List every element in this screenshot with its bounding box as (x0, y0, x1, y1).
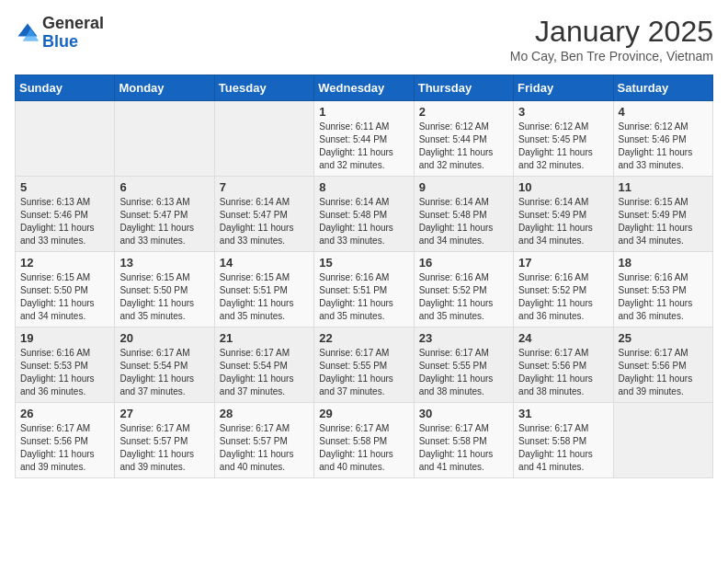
calendar-cell: 20Sunrise: 6:17 AM Sunset: 5:54 PM Dayli… (115, 327, 214, 403)
calendar-cell: 4Sunrise: 6:12 AM Sunset: 5:46 PM Daylig… (613, 101, 712, 177)
calendar-cell: 31Sunrise: 6:17 AM Sunset: 5:58 PM Dayli… (514, 403, 613, 478)
title-block: January 2025 Mo Cay, Ben Tre Province, V… (510, 15, 713, 63)
page-header: General Blue January 2025 Mo Cay, Ben Tr… (15, 15, 713, 63)
calendar-cell: 11Sunrise: 6:15 AM Sunset: 5:49 PM Dayli… (613, 177, 712, 252)
calendar-table: SundayMondayTuesdayWednesdayThursdayFrid… (15, 75, 713, 478)
calendar-week-row: 26Sunrise: 6:17 AM Sunset: 5:56 PM Dayli… (16, 403, 713, 478)
calendar-cell: 24Sunrise: 6:17 AM Sunset: 5:56 PM Dayli… (514, 327, 613, 403)
calendar-cell: 30Sunrise: 6:17 AM Sunset: 5:58 PM Dayli… (414, 403, 513, 478)
day-info: Sunrise: 6:16 AM Sunset: 5:52 PM Dayligh… (518, 271, 608, 323)
day-number: 19 (20, 331, 109, 345)
day-info: Sunrise: 6:17 AM Sunset: 5:58 PM Dayligh… (419, 422, 508, 474)
calendar-cell: 16Sunrise: 6:16 AM Sunset: 5:52 PM Dayli… (414, 252, 513, 327)
day-number: 24 (518, 331, 608, 345)
logo-general-text: General (42, 15, 104, 33)
calendar-cell: 13Sunrise: 6:15 AM Sunset: 5:50 PM Dayli… (115, 252, 214, 327)
day-number: 27 (119, 407, 209, 420)
day-number: 1 (319, 105, 408, 119)
day-number: 2 (419, 105, 508, 119)
day-number: 28 (220, 407, 309, 420)
calendar-week-row: 1Sunrise: 6:11 AM Sunset: 5:44 PM Daylig… (16, 101, 713, 177)
day-header-friday: Friday (514, 75, 613, 101)
day-info: Sunrise: 6:12 AM Sunset: 5:44 PM Dayligh… (419, 121, 508, 172)
day-info: Sunrise: 6:15 AM Sunset: 5:49 PM Dayligh… (619, 196, 708, 247)
day-header-wednesday: Wednesday (314, 75, 414, 101)
calendar-cell: 29Sunrise: 6:17 AM Sunset: 5:58 PM Dayli… (314, 403, 414, 478)
day-number: 20 (119, 331, 209, 345)
month-title: January 2025 (510, 15, 713, 49)
day-number: 9 (419, 180, 508, 194)
day-number: 3 (518, 105, 608, 119)
calendar-cell: 12Sunrise: 6:15 AM Sunset: 5:50 PM Dayli… (16, 252, 115, 327)
calendar-cell: 19Sunrise: 6:16 AM Sunset: 5:53 PM Dayli… (16, 327, 115, 403)
day-number: 29 (319, 407, 408, 420)
day-info: Sunrise: 6:12 AM Sunset: 5:46 PM Dayligh… (619, 121, 708, 172)
day-number: 31 (518, 407, 608, 420)
day-header-monday: Monday (115, 75, 214, 101)
day-number: 10 (518, 180, 608, 194)
day-info: Sunrise: 6:15 AM Sunset: 5:50 PM Dayligh… (20, 271, 109, 323)
day-number: 11 (619, 180, 708, 194)
day-number: 18 (619, 256, 708, 270)
day-number: 17 (518, 256, 608, 270)
logo-icon (15, 20, 40, 46)
day-header-tuesday: Tuesday (214, 75, 313, 101)
day-info: Sunrise: 6:17 AM Sunset: 5:54 PM Dayligh… (119, 347, 209, 398)
calendar-week-row: 19Sunrise: 6:16 AM Sunset: 5:53 PM Dayli… (16, 327, 713, 403)
calendar-cell: 22Sunrise: 6:17 AM Sunset: 5:55 PM Dayli… (314, 327, 414, 403)
day-info: Sunrise: 6:17 AM Sunset: 5:54 PM Dayligh… (220, 347, 309, 398)
day-number: 8 (319, 180, 408, 194)
calendar-cell: 27Sunrise: 6:17 AM Sunset: 5:57 PM Dayli… (115, 403, 214, 478)
calendar-cell: 7Sunrise: 6:14 AM Sunset: 5:47 PM Daylig… (214, 177, 313, 252)
calendar-week-row: 12Sunrise: 6:15 AM Sunset: 5:50 PM Dayli… (16, 252, 713, 327)
day-info: Sunrise: 6:13 AM Sunset: 5:46 PM Dayligh… (20, 196, 109, 247)
calendar-cell: 8Sunrise: 6:14 AM Sunset: 5:48 PM Daylig… (314, 177, 414, 252)
day-info: Sunrise: 6:17 AM Sunset: 5:57 PM Dayligh… (119, 422, 209, 474)
day-number: 14 (220, 256, 309, 270)
day-header-sunday: Sunday (16, 75, 115, 101)
day-number: 30 (419, 407, 508, 420)
day-info: Sunrise: 6:16 AM Sunset: 5:51 PM Dayligh… (319, 271, 408, 323)
logo-blue-text: Blue (42, 33, 104, 52)
day-info: Sunrise: 6:11 AM Sunset: 5:44 PM Dayligh… (319, 121, 408, 172)
calendar-cell: 6Sunrise: 6:13 AM Sunset: 5:47 PM Daylig… (115, 177, 214, 252)
calendar-cell: 21Sunrise: 6:17 AM Sunset: 5:54 PM Dayli… (214, 327, 313, 403)
day-header-saturday: Saturday (613, 75, 712, 101)
day-number: 26 (20, 407, 109, 420)
day-info: Sunrise: 6:14 AM Sunset: 5:47 PM Dayligh… (220, 196, 309, 247)
calendar-cell: 15Sunrise: 6:16 AM Sunset: 5:51 PM Dayli… (314, 252, 414, 327)
day-info: Sunrise: 6:17 AM Sunset: 5:56 PM Dayligh… (518, 347, 608, 398)
calendar-cell: 23Sunrise: 6:17 AM Sunset: 5:55 PM Dayli… (414, 327, 513, 403)
day-number: 7 (220, 180, 309, 194)
logo: General Blue (15, 15, 104, 52)
calendar-cell: 10Sunrise: 6:14 AM Sunset: 5:49 PM Dayli… (514, 177, 613, 252)
day-number: 25 (619, 331, 708, 345)
calendar-cell: 25Sunrise: 6:17 AM Sunset: 5:56 PM Dayli… (613, 327, 712, 403)
calendar-cell: 2Sunrise: 6:12 AM Sunset: 5:44 PM Daylig… (414, 101, 513, 177)
day-number: 15 (319, 256, 408, 270)
calendar-header-row: SundayMondayTuesdayWednesdayThursdayFrid… (16, 75, 713, 101)
calendar-cell: 3Sunrise: 6:12 AM Sunset: 5:45 PM Daylig… (514, 101, 613, 177)
calendar-cell (613, 403, 712, 478)
day-info: Sunrise: 6:17 AM Sunset: 5:58 PM Dayligh… (319, 422, 408, 474)
day-info: Sunrise: 6:16 AM Sunset: 5:53 PM Dayligh… (20, 347, 109, 398)
day-info: Sunrise: 6:14 AM Sunset: 5:48 PM Dayligh… (319, 196, 408, 247)
calendar-cell (16, 101, 115, 177)
calendar-cell: 9Sunrise: 6:14 AM Sunset: 5:48 PM Daylig… (414, 177, 513, 252)
day-info: Sunrise: 6:15 AM Sunset: 5:50 PM Dayligh… (119, 271, 209, 323)
day-info: Sunrise: 6:13 AM Sunset: 5:47 PM Dayligh… (119, 196, 209, 247)
day-number: 13 (119, 256, 209, 270)
calendar-cell: 17Sunrise: 6:16 AM Sunset: 5:52 PM Dayli… (514, 252, 613, 327)
day-info: Sunrise: 6:15 AM Sunset: 5:51 PM Dayligh… (220, 271, 309, 323)
calendar-week-row: 5Sunrise: 6:13 AM Sunset: 5:46 PM Daylig… (16, 177, 713, 252)
calendar-cell: 1Sunrise: 6:11 AM Sunset: 5:44 PM Daylig… (314, 101, 414, 177)
day-number: 5 (20, 180, 109, 194)
location-text: Mo Cay, Ben Tre Province, Vietnam (510, 49, 713, 63)
day-number: 16 (419, 256, 508, 270)
day-info: Sunrise: 6:16 AM Sunset: 5:52 PM Dayligh… (419, 271, 508, 323)
day-info: Sunrise: 6:17 AM Sunset: 5:55 PM Dayligh… (419, 347, 508, 398)
day-info: Sunrise: 6:17 AM Sunset: 5:58 PM Dayligh… (518, 422, 608, 474)
day-info: Sunrise: 6:17 AM Sunset: 5:56 PM Dayligh… (619, 347, 708, 398)
calendar-cell (115, 101, 214, 177)
calendar-cell: 18Sunrise: 6:16 AM Sunset: 5:53 PM Dayli… (613, 252, 712, 327)
